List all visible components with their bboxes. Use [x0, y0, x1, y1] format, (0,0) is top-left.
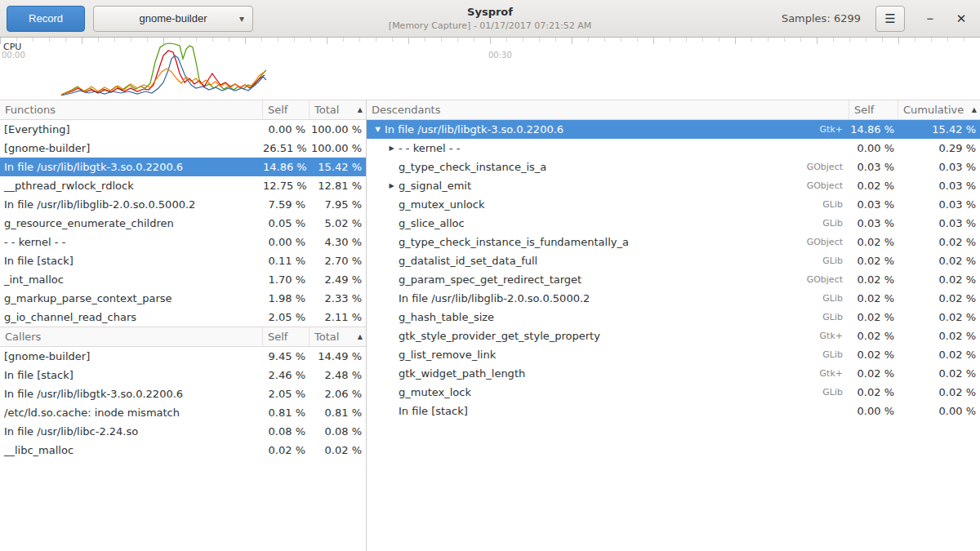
descendant-row[interactable]: g_slice_allocGLib0.03 %0.03 % [367, 214, 980, 233]
callers-self-column-header[interactable]: Self [263, 327, 310, 346]
caller-row[interactable]: In file [stack]2.46 %2.48 % [0, 366, 366, 384]
minimize-button[interactable]: − [918, 7, 942, 31]
descendants-cumulative-column-header[interactable]: ▲Cumulative [898, 100, 980, 119]
self-percent: 0.02 % [849, 327, 898, 345]
symbol-name: g_mutex_unlock [399, 195, 484, 214]
descendant-name-cell: ▶- - kernel - - [367, 139, 849, 158]
caller-row[interactable]: In file /usr/lib/libc-2.24.so0.08 %0.08 … [0, 422, 366, 441]
symbol-name: __libc_malloc [0, 441, 263, 460]
symbol-name: In file [stack] [399, 402, 468, 420]
minimize-icon: − [927, 11, 934, 25]
total-percent: 100.00 % [310, 139, 366, 158]
self-percent: 0.00 % [263, 233, 310, 251]
caller-row[interactable]: __libc_malloc0.02 %0.02 % [0, 441, 366, 460]
function-row[interactable]: __pthread_rwlock_rdlock12.75 %12.81 % [0, 176, 366, 195]
expander-closed-icon[interactable]: ▶ [385, 176, 399, 195]
samples-count: Samples: 6299 [782, 12, 861, 24]
cumulative-percent: 0.02 % [898, 327, 980, 345]
descendant-name-cell: gtk_widget_path_lengthGtk+ [367, 364, 849, 383]
symbol-name: gtk_style_provider_get_style_property [399, 327, 600, 345]
function-row[interactable]: [gnome-builder]26.51 %100.00 % [0, 139, 366, 158]
caller-row[interactable]: /etc/ld.so.cache: inode mismatch0.81 %0.… [0, 403, 366, 422]
function-row[interactable]: In file [stack]0.11 %2.70 % [0, 251, 366, 270]
descendant-row[interactable]: ▶- - kernel - -0.00 %0.29 % [367, 139, 980, 158]
descendant-name-cell: g_type_check_instance_is_fundamentally_a… [367, 233, 849, 251]
library-badge: GLib [822, 195, 849, 214]
caller-row[interactable]: In file /usr/lib/libgtk-3.so.0.2200.62.0… [0, 384, 366, 403]
descendant-row[interactable]: g_mutex_unlockGLib0.03 %0.03 % [367, 195, 980, 214]
total-percent: 0.02 % [310, 441, 366, 460]
function-row[interactable]: - - kernel - -0.00 %4.30 % [0, 233, 366, 251]
library-badge: GObject [807, 176, 849, 195]
descendants-name-column-header[interactable]: Descendants [367, 100, 849, 119]
descendant-name-cell: ▼In file /usr/lib/libgtk-3.so.0.2200.6Gt… [367, 120, 849, 139]
symbol-name: [Everything] [0, 120, 263, 139]
library-badge: GObject [807, 270, 849, 289]
functions-name-column-header[interactable]: Functions [0, 100, 263, 119]
caller-row[interactable]: [gnome-builder]9.45 %14.49 % [0, 347, 366, 366]
function-row[interactable]: g_markup_parse_context_parse1.98 %2.33 % [0, 289, 366, 308]
cumulative-percent: 0.02 % [898, 270, 980, 289]
profile-target-label: gnome-builder [139, 12, 207, 24]
self-percent: 0.08 % [263, 422, 310, 441]
descendant-row[interactable]: In file [stack]0.00 %0.00 % [367, 402, 980, 420]
total-percent: 12.81 % [310, 176, 366, 195]
profile-target-selector[interactable]: gnome-builder ▾ [93, 6, 253, 32]
descendant-row[interactable]: g_datalist_id_set_data_fullGLib0.02 %0.0… [367, 251, 980, 270]
capture-subtitle: [Memory Capture] - 01/17/2017 07:21:52 A… [389, 20, 591, 31]
descendant-name-cell: g_param_spec_get_redirect_targetGObject [367, 270, 849, 289]
library-badge: Gtk+ [820, 120, 849, 139]
descendant-row[interactable]: gtk_style_provider_get_style_propertyGtk… [367, 327, 980, 345]
total-percent: 7.95 % [310, 195, 366, 214]
symbol-name: In file /usr/lib/libglib-2.0.so.0.5000.2 [399, 289, 590, 308]
function-row[interactable]: g_resource_enumerate_children0.05 %5.02 … [0, 214, 366, 233]
descendant-row[interactable]: gtk_widget_path_lengthGtk+0.02 %0.02 % [367, 364, 980, 383]
symbol-name: g_slice_alloc [399, 214, 465, 233]
record-button[interactable]: Record [7, 6, 85, 32]
self-percent: 0.02 % [849, 364, 898, 383]
self-percent: 0.02 % [849, 345, 898, 364]
close-button[interactable]: ✕ [949, 7, 973, 31]
cumulative-percent: 0.03 % [898, 214, 980, 233]
total-percent: 2.48 % [310, 366, 366, 384]
symbol-name: g_io_channel_read_chars [0, 308, 263, 327]
self-percent: 1.70 % [263, 270, 310, 289]
function-row[interactable]: In file /usr/lib/libglib-2.0.so.0.5000.2… [0, 195, 366, 214]
function-row[interactable]: _int_malloc1.70 %2.49 % [0, 270, 366, 289]
symbol-name: _int_malloc [0, 270, 263, 289]
self-percent: 0.02 % [849, 233, 898, 251]
self-percent: 2.46 % [263, 366, 310, 384]
symbol-name: g_param_spec_get_redirect_target [399, 270, 581, 289]
self-percent: 0.02 % [849, 308, 898, 327]
callers-name-column-header[interactable]: Callers [0, 327, 263, 346]
library-badge: Gtk+ [820, 327, 849, 345]
callers-table: [gnome-builder]9.45 %14.49 %In file [sta… [0, 347, 366, 460]
function-row[interactable]: In file /usr/lib/libgtk-3.so.0.2200.614.… [0, 158, 366, 176]
symbol-name: g_signal_emit [399, 176, 471, 195]
self-percent: 0.02 % [849, 289, 898, 308]
functions-self-column-header[interactable]: Self [263, 100, 310, 119]
self-percent: 0.81 % [263, 403, 310, 422]
descendant-row[interactable]: In file /usr/lib/libglib-2.0.so.0.5000.2… [367, 289, 980, 308]
symbol-name: g_resource_enumerate_children [0, 214, 263, 233]
descendant-row[interactable]: g_param_spec_get_redirect_targetGObject0… [367, 270, 980, 289]
descendant-row[interactable]: g_mutex_lockGLib0.02 %0.02 % [367, 383, 980, 402]
descendants-self-column-header[interactable]: Self [849, 100, 898, 119]
descendant-row[interactable]: g_type_check_instance_is_aGObject0.03 %0… [367, 158, 980, 176]
self-percent: 14.86 % [263, 158, 310, 176]
expander-open-icon[interactable]: ▼ [371, 120, 385, 139]
descendant-row[interactable]: g_type_check_instance_is_fundamentally_a… [367, 233, 980, 251]
function-row[interactable]: [Everything]0.00 %100.00 % [0, 120, 366, 139]
descendant-row[interactable]: ▶g_signal_emitGObject0.02 %0.03 % [367, 176, 980, 195]
symbol-name: - - kernel - - [399, 139, 460, 158]
descendant-row[interactable]: g_list_remove_linkGLib0.02 %0.02 % [367, 345, 980, 364]
expander-closed-icon[interactable]: ▶ [385, 139, 399, 158]
descendant-row[interactable]: g_hash_table_sizeGLib0.02 %0.02 % [367, 308, 980, 327]
descendant-row[interactable]: ▼In file /usr/lib/libgtk-3.so.0.2200.6Gt… [367, 120, 980, 139]
hamburger-menu-button[interactable]: ☰ [875, 6, 905, 32]
callers-total-column-header[interactable]: ▲Total [310, 327, 366, 346]
functions-total-column-header[interactable]: ▲Total [310, 100, 366, 119]
cpu-timeline[interactable]: CPU 00:00 00:30 [0, 38, 980, 100]
function-row[interactable]: g_io_channel_read_chars2.05 %2.11 % [0, 308, 366, 327]
self-percent: 0.03 % [849, 214, 898, 233]
